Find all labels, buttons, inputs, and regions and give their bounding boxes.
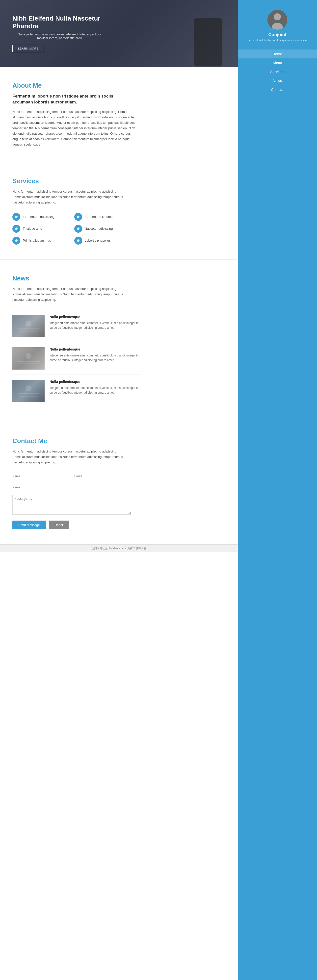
service-icon [74,225,82,233]
service-item: Fermentum adipiscing [13,213,69,221]
svg-rect-19 [18,393,40,395]
service-item: Lobortis phasellus [74,237,131,245]
about-title: About Me [13,82,225,89]
name2-field[interactable] [13,484,131,492]
svg-point-7 [15,239,18,242]
service-icon [13,237,20,245]
hero-content: Nibh Eleifend Nulla Nascetur Pharetra Nu… [13,14,225,52]
about-body: Nunc fermentum adipiscing tempor cursus … [13,109,136,148]
svg-point-14 [25,353,32,359]
news-item: Nulla pellentesque Integer eu ante ornar… [13,310,141,342]
service-label: Nascetur adipiscing [85,227,113,231]
sidebar-item-news[interactable]: News [238,76,317,85]
sidebar-item-contact[interactable]: Contact [238,85,317,94]
about-subtitle: Fermentum lobortis non tristique ante pr… [13,93,116,105]
svg-rect-11 [18,328,40,329]
news-item: Nulla pellentesque Integer eu ante ornar… [13,342,141,375]
avatar [268,10,287,30]
news-item-body: Integer eu ante ornare amet commetus ves… [49,386,141,395]
svg-point-1 [274,13,281,20]
form-buttons: Send Message Reset [13,520,131,529]
service-label: Fermentum lobortis [85,215,112,219]
news-content: Nulla pellentesque Integer eu ante ornar… [49,380,141,402]
news-thumbnail [13,347,45,369]
services-section: Services Nunc fermentum adipiscing tempo… [0,162,238,259]
service-item: Tristique ante [13,225,69,233]
contact-title: Contact Me [13,437,225,445]
hero-section: Nibh Eleifend Nulla Nascetur Pharetra Nu… [0,0,238,67]
learn-more-button[interactable]: LEARN MORE [13,45,44,52]
site-tagline: Fermentum lobortis non tristique ante pr… [243,38,312,42]
news-item: Nulla pellentesque Integer eu ante ornar… [13,375,141,407]
contact-intro: Nunc fermentum adipiscing tempor cursus … [13,449,126,465]
hero-subtitle: Nulla pellentesque mi non laoreet eleife… [13,32,107,40]
name2-field-wrap [13,484,131,492]
news-thumbnail [13,315,45,337]
service-icon [74,213,82,221]
news-list: Nulla pellentesque Integer eu ante ornar… [13,310,225,407]
name-field[interactable] [13,473,69,480]
sidebar: Conjoint Fermentum lobortis non tristiqu… [238,0,317,980]
news-item-title: Nulla pellentesque [49,315,141,319]
news-item-body: Integer eu ante ornare amet commetus ves… [49,353,141,363]
service-label: Primis aliquam mus [23,239,51,242]
services-title: Services [13,177,225,185]
message-field-wrap [13,495,131,515]
service-label: Fermentum adipiscing [23,215,54,219]
svg-point-8 [77,239,80,242]
svg-point-5 [15,228,18,230]
service-label: Tristique ante [23,227,42,231]
services-grid: Fermentum adipiscing Fermentum lobortis … [13,213,131,245]
news-title: News [13,275,225,282]
about-section: About Me Fermentum lobortis non tristiqu… [0,67,238,162]
svg-point-18 [25,385,32,391]
news-item-title: Nulla pellentesque [49,380,141,384]
main-content: Nibh Eleifend Nulla Nascetur Pharetra Nu… [0,0,238,980]
contact-section: Contact Me Nunc fermentum adipiscing tem… [0,422,238,544]
hero-title: Nibh Eleifend Nulla Nascetur Pharetra [13,14,116,30]
services-intro: Nunc fermentum adipiscing tempor cursus … [13,189,126,205]
news-item-body: Integer eu ante ornare amet commetus ves… [49,321,141,330]
email-field[interactable] [74,473,131,480]
service-item: Primis aliquam mus [13,237,69,245]
sidebar-nav: Home About Services News Contact [238,49,317,94]
service-icon [13,213,20,221]
service-item: Nascetur adipiscing [74,225,131,233]
service-label: Lobortis phasellus [85,239,111,242]
service-icon [74,237,82,245]
svg-rect-20 [20,396,37,397]
service-item: Fermentum lobortis [74,213,131,221]
news-intro: Nunc fermentum adipiscing tempor cursus … [13,286,126,302]
footer-watermark: 访问网马社区bbs.xieniao.com免费下载等内容 [0,544,238,552]
svg-point-4 [77,216,80,218]
svg-rect-16 [20,363,37,364]
svg-point-3 [15,216,18,218]
svg-rect-12 [20,331,37,332]
send-message-button[interactable]: Send Message [13,520,46,529]
news-content: Nulla pellentesque Integer eu ante ornar… [49,315,141,337]
news-thumbnail [13,380,45,402]
news-section: News Nunc fermentum adipiscing tempor cu… [0,260,238,422]
svg-rect-15 [18,361,40,362]
news-content: Nulla pellentesque Integer eu ante ornar… [49,347,141,369]
news-item-title: Nulla pellentesque [49,347,141,351]
svg-point-10 [25,321,32,326]
name-email-row [13,473,131,480]
contact-form: Send Message Reset [13,473,131,529]
message-field[interactable] [13,495,131,515]
site-name: Conjoint [268,32,287,37]
sidebar-item-services[interactable]: Services [238,67,317,76]
reset-button[interactable]: Reset [49,520,69,529]
svg-point-6 [77,228,80,230]
sidebar-item-about[interactable]: About [238,59,317,67]
service-icon [13,225,20,233]
sidebar-item-home[interactable]: Home [238,49,317,59]
